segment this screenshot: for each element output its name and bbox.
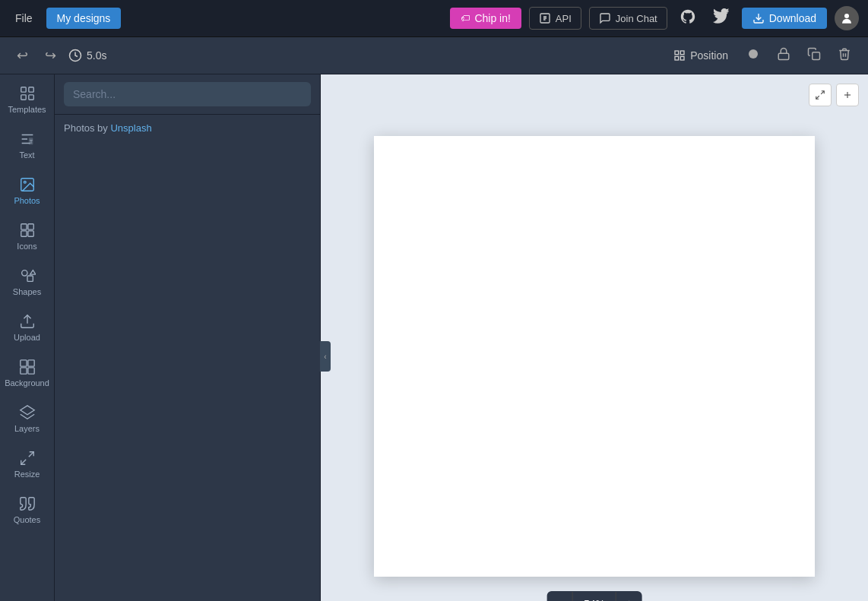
download-label: Download <box>769 12 816 24</box>
twitter-button[interactable] <box>708 5 734 32</box>
svg-rect-30 <box>27 368 33 374</box>
templates-label: Templates <box>8 105 46 114</box>
sidebar-item-shapes[interactable]: Shapes <box>2 260 53 304</box>
chip-button[interactable]: Chip in! <box>450 8 521 29</box>
canvas[interactable] <box>374 136 815 577</box>
attribution: Photos by Unsplash <box>55 115 320 141</box>
shapes-icon <box>19 267 36 284</box>
avatar-button[interactable] <box>835 6 859 30</box>
join-chat-label: Join Chat <box>616 13 657 24</box>
svg-rect-14 <box>28 95 33 100</box>
position-button[interactable]: Position <box>667 46 734 65</box>
join-chat-button[interactable]: Join Chat <box>589 7 667 30</box>
svg-text:T: T <box>29 138 33 145</box>
svg-rect-19 <box>21 224 26 229</box>
photos-panel: Photos by Unsplash ‹ <box>55 74 321 601</box>
svg-rect-21 <box>21 231 26 236</box>
timer-value: 5.0s <box>87 49 106 62</box>
chat-icon <box>599 12 611 24</box>
svg-rect-27 <box>20 360 26 366</box>
svg-rect-7 <box>675 56 679 60</box>
redo-button[interactable]: ↪ <box>40 44 61 67</box>
quotes-icon <box>19 495 36 512</box>
main-layout: Templates T Text Photos Icons Shapes Upl… <box>0 74 868 601</box>
text-icon: T <box>19 131 36 147</box>
twitter-icon <box>713 8 730 25</box>
svg-marker-25 <box>30 270 35 275</box>
zoom-bar: − 54% + <box>547 591 642 601</box>
api-label: API <box>556 13 572 24</box>
quotes-label: Quotes <box>14 515 40 524</box>
background-label: Background <box>5 378 49 387</box>
unsplash-link[interactable]: Unsplash <box>110 122 151 134</box>
secondary-toolbar: ↩ ↪ 5.0s Position <box>0 37 868 74</box>
api-icon <box>539 12 551 24</box>
color-fill-button[interactable] <box>742 44 765 68</box>
layers-icon <box>19 404 36 421</box>
add-icon <box>842 90 853 100</box>
lock-icon <box>777 47 790 61</box>
position-icon <box>673 49 686 62</box>
duplicate-icon <box>807 47 821 61</box>
zoom-in-button[interactable]: + <box>616 591 641 601</box>
svg-line-35 <box>816 96 819 99</box>
icons-label: Icons <box>17 242 36 251</box>
svg-point-18 <box>24 181 26 183</box>
zoom-out-button[interactable]: − <box>547 591 572 601</box>
svg-point-2 <box>844 14 849 18</box>
download-button[interactable]: Download <box>742 8 827 29</box>
svg-rect-6 <box>681 56 685 60</box>
duplicate-button[interactable] <box>803 44 825 68</box>
timer-icon <box>68 49 82 62</box>
sidebar-item-background[interactable]: Background <box>2 351 53 395</box>
search-area <box>55 74 320 115</box>
sidebar-item-photos[interactable]: Photos <box>2 169 53 213</box>
collapse-panel-button[interactable]: ‹ <box>320 341 331 372</box>
attribution-text: Photos by <box>64 122 108 134</box>
file-button[interactable]: File <box>9 9 39 27</box>
canvas-toolbar <box>809 84 859 106</box>
templates-icon <box>19 85 36 102</box>
svg-rect-29 <box>20 368 26 374</box>
text-label: Text <box>19 150 34 160</box>
add-page-button[interactable] <box>836 84 859 106</box>
fill-icon <box>746 47 760 61</box>
svg-rect-24 <box>27 276 33 281</box>
sidebar-item-icons[interactable]: Icons <box>2 214 53 258</box>
svg-rect-5 <box>681 51 685 55</box>
resize-icon <box>19 450 36 467</box>
github-icon <box>680 8 696 25</box>
upload-label: Upload <box>14 333 40 342</box>
sidebar-item-resize[interactable]: Resize <box>2 442 53 486</box>
svg-rect-20 <box>27 224 33 229</box>
my-designs-button[interactable]: My designs <box>46 8 122 29</box>
user-icon <box>840 11 854 25</box>
api-button[interactable]: API <box>529 7 581 30</box>
sidebar-item-text[interactable]: T Text <box>2 123 53 167</box>
svg-rect-13 <box>21 95 25 100</box>
undo-button[interactable]: ↩ <box>12 44 33 67</box>
position-label: Position <box>690 49 728 62</box>
fit-canvas-button[interactable] <box>809 84 832 106</box>
download-icon <box>752 12 765 24</box>
lock-button[interactable] <box>772 44 795 68</box>
sidebar-item-templates[interactable]: Templates <box>2 77 53 122</box>
photos-label: Photos <box>14 196 40 205</box>
layers-label: Layers <box>14 424 40 433</box>
timer-display: 5.0s <box>68 49 106 62</box>
zoom-value: 54% <box>572 592 616 601</box>
canvas-area: − 54% + Powered by polotno.com <box>321 74 868 601</box>
svg-rect-11 <box>21 87 25 92</box>
svg-rect-22 <box>27 231 33 236</box>
resize-label: Resize <box>14 470 40 479</box>
shapes-label: Shapes <box>13 287 41 296</box>
delete-button[interactable] <box>833 44 856 68</box>
svg-point-8 <box>749 49 758 59</box>
search-input[interactable] <box>64 82 311 106</box>
svg-point-23 <box>21 270 27 276</box>
github-button[interactable] <box>675 5 701 32</box>
svg-line-33 <box>21 460 25 464</box>
sidebar-item-quotes[interactable]: Quotes <box>2 488 53 532</box>
sidebar-item-upload[interactable]: Upload <box>2 305 53 350</box>
sidebar-item-layers[interactable]: Layers <box>2 397 53 441</box>
